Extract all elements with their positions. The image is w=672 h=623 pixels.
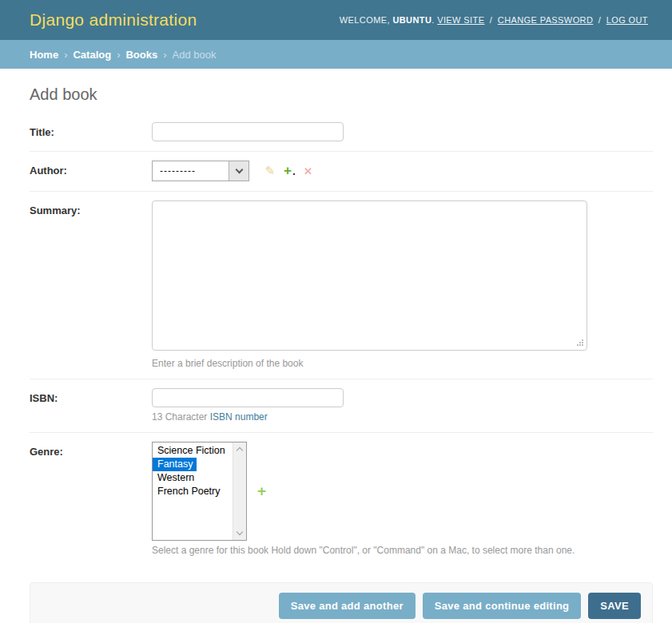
submit-row: Save and add another Save and continue e… [30,582,653,623]
scrollbar-down-icon[interactable] [237,529,243,535]
listbox-scrollbar[interactable] [233,442,246,540]
author-label: Author: [30,161,152,177]
summary-help-text: Enter a brief description of the book [152,358,653,369]
form-row-isbn: ISBN: 13 Character ISBN number [30,379,653,433]
breadcrumb-home[interactable]: Home [30,49,58,61]
delete-author-icon[interactable]: ✕ [304,165,312,177]
select-dropdown-button[interactable] [229,161,249,181]
form-row-title: Title: [30,113,653,152]
breadcrumb: Home › Catalog › Books › Add book [0,40,672,69]
author-select[interactable]: --------- [152,161,249,181]
genre-option[interactable]: Western [153,471,197,485]
form-row-author: Author: --------- ✎ + ✕ [30,152,653,192]
site-brand[interactable]: Django administration [30,10,197,30]
form-row-summary: Summary: Enter a brief description of th… [30,192,653,379]
genre-listbox[interactable]: Science Fiction Fantasy Western French P… [152,442,247,541]
genre-option[interactable]: Fantasy [153,458,197,471]
username: UBUNTU [392,15,431,25]
change-password-link[interactable]: CHANGE PASSWORD [498,15,593,25]
resize-grip-icon[interactable] [576,339,584,347]
isbn-number-link[interactable]: ISBN number [210,411,268,423]
scrollbar-up-icon[interactable] [237,447,243,454]
welcome-text: WELCOME, [340,15,390,25]
isbn-input[interactable] [152,388,344,407]
breadcrumb-catalog[interactable]: Catalog [73,49,111,61]
save-add-another-button[interactable]: Save and add another [279,593,416,619]
page-title: Add book [30,85,653,104]
save-button[interactable]: SAVE [588,593,641,619]
breadcrumb-separator: › [163,49,166,61]
author-selected-option: --------- [153,161,229,181]
summary-textarea[interactable] [152,200,587,351]
breadcrumb-separator: › [117,49,120,61]
view-site-link[interactable]: VIEW SITE [437,15,484,25]
title-input[interactable] [152,122,344,141]
save-continue-button[interactable]: Save and continue editing [423,593,582,619]
form-row-genre: Genre: Science Fiction Fantasy Western F… [30,433,653,565]
isbn-label: ISBN: [30,388,152,404]
logout-link[interactable]: LOG OUT [606,15,648,25]
admin-header: Django administration WELCOME, UBUNTU. V… [0,0,672,40]
user-tools: WELCOME, UBUNTU. VIEW SITE / CHANGE PASS… [340,15,648,25]
genre-label: Genre: [30,442,152,458]
main-content: Add book Title: Author: --------- ✎ + ✕ … [0,85,672,623]
edit-author-icon[interactable]: ✎ [264,164,275,178]
summary-label: Summary: [30,200,152,216]
breadcrumb-separator: › [64,49,67,61]
related-object-icons: ✎ + ✕ [264,164,312,178]
chevron-down-icon [235,166,243,174]
isbn-help-text: 13 Character ISBN number [152,411,653,423]
breadcrumb-current: Add book [173,49,217,61]
add-author-icon[interactable]: + [284,165,292,177]
dot-artifact [293,173,295,175]
genre-option[interactable]: Science Fiction [153,444,229,458]
breadcrumb-books[interactable]: Books [125,49,157,61]
add-genre-icon[interactable]: + [257,482,266,500]
genre-option[interactable]: French Poetry [153,485,224,498]
genre-help-text: Select a genre for this book Hold down "… [152,545,653,556]
title-label: Title: [30,122,152,138]
